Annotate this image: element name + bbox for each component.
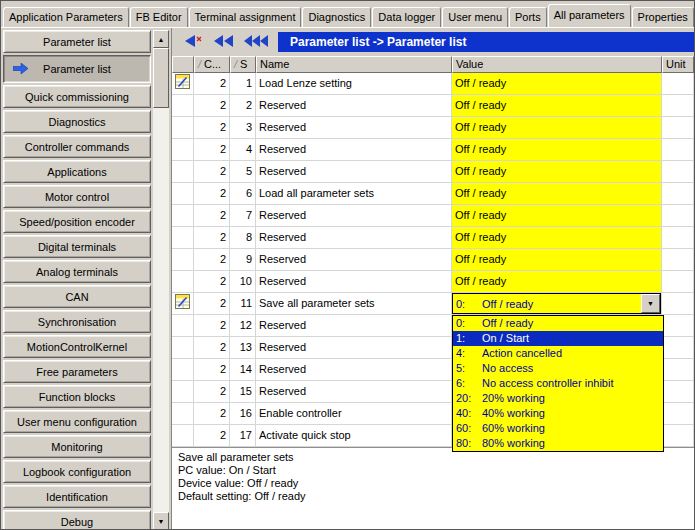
sidebar-item-function-blocks[interactable]: Function blocks xyxy=(3,385,151,408)
name-cell: Enable controller xyxy=(256,403,452,425)
dropdown-option[interactable]: 6:No access controller inhibit xyxy=(453,376,663,391)
value-cell[interactable]: Off / ready xyxy=(452,271,662,293)
table-row[interactable]: 210ReservedOff / ready xyxy=(172,271,694,293)
value-cell[interactable]: Off / ready xyxy=(452,249,662,271)
column-header-icon[interactable] xyxy=(172,56,194,73)
table-row[interactable]: 27ReservedOff / ready xyxy=(172,205,694,227)
sidebar-item-synchronisation[interactable]: Synchronisation xyxy=(3,310,151,333)
sidebar-item-quick-commissioning[interactable]: Quick commissioning xyxy=(3,85,151,108)
value-cell[interactable]: Off / ready xyxy=(452,95,662,117)
subcode-cell: 7 xyxy=(230,205,256,227)
name-cell: Activate quick stop xyxy=(256,425,452,447)
tab-all-parameters[interactable]: All parameters xyxy=(548,4,631,27)
sidebar-item-parameter-list[interactable]: Parameter list xyxy=(3,55,151,83)
sidebar-item-identification[interactable]: Identification xyxy=(3,485,151,508)
sidebar-item-user-menu-configuration[interactable]: User menu configuration xyxy=(3,410,151,433)
value-cell[interactable]: Off / ready xyxy=(452,73,662,95)
tab-diagnostics[interactable]: Diagnostics xyxy=(302,7,371,27)
sidebar-item-free-parameters[interactable]: Free parameters xyxy=(3,360,151,383)
row-icon-cell xyxy=(172,425,194,447)
tab-properties[interactable]: Properties xyxy=(632,7,694,27)
sidebar-item-monitoring[interactable]: Monitoring xyxy=(3,435,151,458)
table-row[interactable]: 26Load all parameter setsOff / ready xyxy=(172,183,694,205)
value-cell[interactable]: Off / ready xyxy=(452,205,662,227)
table-row[interactable]: 24ReservedOff / ready xyxy=(172,139,694,161)
scroll-up-button[interactable]: ▲ xyxy=(153,30,169,48)
option-number: 40: xyxy=(456,406,482,421)
dropdown-option[interactable]: 60:60% working xyxy=(453,421,663,436)
column-header-value[interactable]: Value xyxy=(452,56,662,73)
value-cell[interactable]: Off / ready xyxy=(452,183,662,205)
dropdown-option[interactable]: 20:20% working xyxy=(453,391,663,406)
table-row[interactable]: 25ReservedOff / ready xyxy=(172,161,694,183)
sidebar-header[interactable]: Parameter list xyxy=(3,30,151,53)
value-combobox[interactable]: 0:Off / ready▼ xyxy=(452,293,661,314)
dropdown-option[interactable]: 5:No access xyxy=(453,361,663,376)
info-line: Save all parameter sets xyxy=(178,451,688,464)
sidebar-item-debug[interactable]: Debug xyxy=(3,510,151,530)
table-row[interactable]: 28ReservedOff / ready xyxy=(172,227,694,249)
combobox-dropdown-button[interactable]: ▼ xyxy=(641,294,660,313)
apply-parameter-button[interactable] xyxy=(178,32,206,52)
subcode-cell: 5 xyxy=(230,161,256,183)
code-cell: 2 xyxy=(194,403,230,425)
dropdown-option[interactable]: 0:Off / ready xyxy=(453,316,663,331)
code-cell: 2 xyxy=(194,205,230,227)
dropdown-option[interactable]: 40:40% working xyxy=(453,406,663,421)
column-header-unit[interactable]: Unit xyxy=(662,56,694,73)
table-row[interactable]: 29ReservedOff / ready xyxy=(172,249,694,271)
table-row[interactable]: 211Save all parameter sets0:Off / ready▼ xyxy=(172,293,694,315)
scroll-down-button[interactable]: ▼ xyxy=(153,512,169,530)
value-cell[interactable]: 0:Off / ready▼ xyxy=(452,293,662,315)
table-row[interactable]: 23ReservedOff / ready xyxy=(172,117,694,139)
table-row[interactable]: 22ReservedOff / ready xyxy=(172,95,694,117)
sidebar-item-can[interactable]: CAN xyxy=(3,285,151,308)
application-window: Application ParametersFB EditorTerminal … xyxy=(0,0,695,530)
parameter-edit-icon xyxy=(175,74,190,93)
option-text: 80% working xyxy=(482,436,545,451)
tab-fb-editor[interactable]: FB Editor xyxy=(130,7,188,27)
unit-cell xyxy=(662,183,694,205)
value-cell[interactable]: Off / ready xyxy=(452,139,662,161)
dropdown-option[interactable]: 1:On / Start xyxy=(453,331,663,346)
sidebar-item-logbook-configuration[interactable]: Logbook configuration xyxy=(3,460,151,483)
sidebar-item-applications[interactable]: Applications xyxy=(3,160,151,183)
tab-terminal-assignment[interactable]: Terminal assignment xyxy=(189,7,302,27)
option-text: 60% working xyxy=(482,421,545,436)
tab-ports[interactable]: Ports xyxy=(509,7,547,27)
sidebar-item-controller-commands[interactable]: Controller commands xyxy=(3,135,151,158)
sidebar-item-motioncontrolkernel[interactable]: MotionControlKernel xyxy=(3,335,151,358)
value-cell[interactable]: Off / ready xyxy=(452,117,662,139)
sidebar-item-label: Synchronisation xyxy=(38,316,116,328)
sidebar-scrollbar[interactable]: ▲ ▼ xyxy=(153,30,169,530)
sidebar-item-speed-position-encoder[interactable]: Speed/position encoder xyxy=(3,210,151,233)
table-row[interactable]: 21Load Lenze settingOff / ready xyxy=(172,73,694,95)
tab-data-logger[interactable]: Data logger xyxy=(372,7,441,27)
row-icon-cell xyxy=(172,271,194,293)
row-icon-cell xyxy=(172,315,194,337)
sidebar-item-diagnostics[interactable]: Diagnostics xyxy=(3,110,151,133)
subcode-cell: 13 xyxy=(230,337,256,359)
sidebar-item-label: Applications xyxy=(47,166,106,178)
value-cell[interactable]: Off / ready xyxy=(452,161,662,183)
sidebar-item-analog-terminals[interactable]: Analog terminals xyxy=(3,260,151,283)
unit-cell xyxy=(662,359,694,381)
sidebar-item-label: Analog terminals xyxy=(36,266,118,278)
value-cell[interactable]: Off / ready xyxy=(452,227,662,249)
row-icon-cell xyxy=(172,359,194,381)
column-header-code[interactable]: /C... xyxy=(194,56,230,73)
column-header-name[interactable]: Name xyxy=(256,56,452,73)
option-number: 5: xyxy=(456,361,482,376)
column-header-subcode[interactable]: /S xyxy=(230,56,256,73)
tab-user-menu[interactable]: User menu xyxy=(442,7,508,27)
row-icon-cell xyxy=(172,293,194,315)
scrollbar-thumb[interactable] xyxy=(153,48,169,108)
dropdown-option[interactable]: 80:80% working xyxy=(453,436,663,451)
tab-application-parameters[interactable]: Application Parameters xyxy=(3,7,129,27)
apply-parameter-set-button[interactable] xyxy=(210,32,238,52)
sidebar-item-digital-terminals[interactable]: Digital terminals xyxy=(3,235,151,258)
dropdown-option[interactable]: 4:Action cancelled xyxy=(453,346,663,361)
sidebar-item-motor-control[interactable]: Motor control xyxy=(3,185,151,208)
edit-mark-icon: / xyxy=(234,58,237,71)
apply-all-parameters-button[interactable] xyxy=(242,32,270,52)
